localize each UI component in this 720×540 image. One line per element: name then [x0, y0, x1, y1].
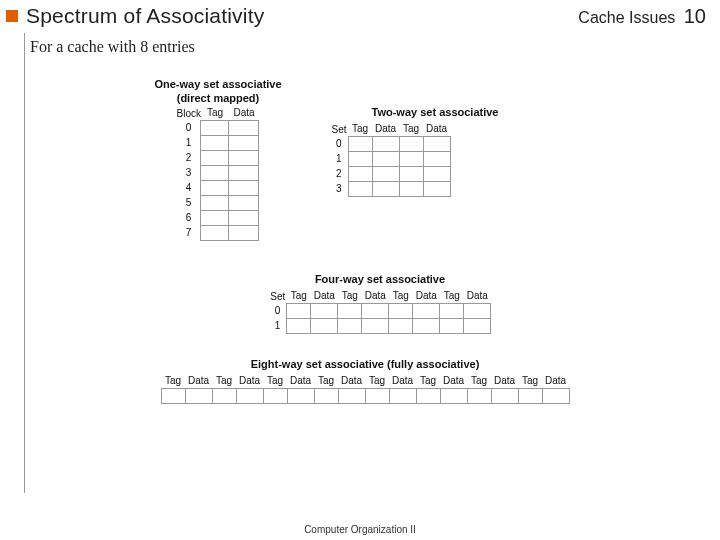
- one-way-table: Block Tag Data 0 1 2 3 4 5 6 7: [177, 106, 260, 241]
- title-bullet-icon: [6, 10, 18, 22]
- col-header: Data: [491, 374, 518, 388]
- col-header: Tag: [399, 122, 423, 136]
- row-idx: 0: [177, 120, 201, 135]
- row-idx: 0: [330, 136, 348, 151]
- col-header: Tag: [416, 374, 440, 388]
- col-header: Data: [372, 122, 399, 136]
- one-way-title-2: (direct mapped): [143, 92, 293, 104]
- col-header: Tag: [212, 374, 236, 388]
- col-header: Tag: [467, 374, 491, 388]
- col-header: Data: [287, 374, 314, 388]
- col-header: Tag: [201, 106, 229, 120]
- row-idx: 7: [177, 225, 201, 240]
- col-header: Tag: [287, 289, 311, 303]
- col-header: Data: [311, 289, 338, 303]
- two-way-table: Set Tag Data Tag Data 0 1 2 3: [330, 122, 451, 197]
- row-idx: 4: [177, 180, 201, 195]
- col-header: Tag: [348, 122, 372, 136]
- row-idx: 6: [177, 210, 201, 225]
- col-header: Data: [542, 374, 569, 388]
- col-header: Tag: [518, 374, 542, 388]
- col-header: Data: [362, 289, 389, 303]
- col-header: Data: [389, 374, 416, 388]
- row-idx: 1: [177, 135, 201, 150]
- one-way-block: One-way set associative (direct mapped) …: [143, 78, 293, 241]
- row-idx: 3: [330, 181, 348, 196]
- slide: Spectrum of Associativity Cache Issues 1…: [0, 0, 720, 540]
- row-idx: 2: [330, 166, 348, 181]
- footer: Computer Organization II: [0, 524, 720, 535]
- col-header: Data: [185, 374, 212, 388]
- col-header: Tag: [161, 374, 185, 388]
- col-header: Data: [338, 374, 365, 388]
- one-way-idx-label: Block: [177, 106, 201, 120]
- col-header: Tag: [338, 289, 362, 303]
- row-idx: 1: [269, 318, 287, 333]
- left-rule: [24, 33, 25, 493]
- col-header: Data: [440, 374, 467, 388]
- col-header: Tag: [365, 374, 389, 388]
- col-header: Tag: [389, 289, 413, 303]
- row-idx: 2: [177, 150, 201, 165]
- page-title: Spectrum of Associativity: [26, 4, 578, 28]
- four-way-block: Four-way set associative Set Tag Data Ta…: [165, 273, 595, 334]
- two-way-block: Two-way set associative Set Tag Data Tag…: [320, 106, 550, 197]
- col-header: Tag: [314, 374, 338, 388]
- eight-way-title: Eight-way set associative (fully associa…: [55, 358, 675, 370]
- row-idx: 0: [269, 303, 287, 318]
- page-number: 10: [684, 5, 706, 27]
- eight-way-table: Tag Data Tag Data Tag Data Tag Data Tag …: [161, 374, 570, 404]
- four-way-table: Set Tag Data Tag Data Tag Data Tag Data …: [269, 289, 492, 334]
- col-header: Data: [423, 122, 450, 136]
- col-header: Tag: [440, 289, 464, 303]
- col-header: Data: [236, 374, 263, 388]
- col-header: Data: [464, 289, 491, 303]
- four-way-idx-label: Set: [269, 289, 287, 303]
- row-idx: 5: [177, 195, 201, 210]
- four-way-title: Four-way set associative: [165, 273, 595, 285]
- content-area: For a cache with 8 entries: [30, 38, 706, 56]
- row-idx: 1: [330, 151, 348, 166]
- header-right: Cache Issues 10: [578, 5, 706, 28]
- col-header: Data: [229, 106, 259, 120]
- one-way-title-1: One-way set associative: [143, 78, 293, 90]
- row-idx: 3: [177, 165, 201, 180]
- col-header: Data: [413, 289, 440, 303]
- col-header: Tag: [263, 374, 287, 388]
- eight-way-block: Eight-way set associative (fully associa…: [55, 358, 675, 404]
- slide-header: Spectrum of Associativity Cache Issues 1…: [0, 0, 720, 32]
- section-label: Cache Issues: [578, 9, 675, 26]
- two-way-idx-label: Set: [330, 122, 348, 136]
- two-way-title: Two-way set associative: [320, 106, 550, 118]
- subtitle: For a cache with 8 entries: [30, 38, 706, 56]
